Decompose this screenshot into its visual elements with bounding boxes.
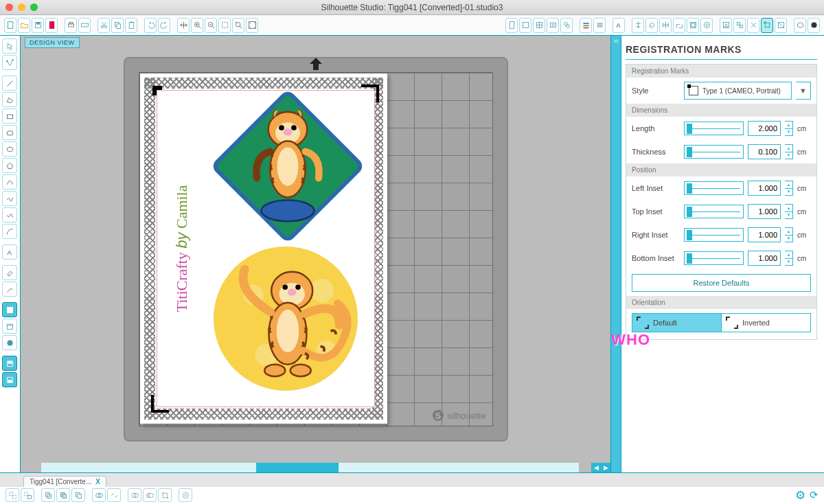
split-view-bottom-button[interactable] (2, 372, 17, 387)
knife-button[interactable] (775, 18, 787, 33)
orientation-default-button[interactable]: Default (632, 313, 722, 332)
new-file-button[interactable] (4, 18, 16, 33)
thickness-spinner[interactable]: ▲▼ (785, 144, 793, 159)
length-spinner[interactable]: ▲▼ (785, 121, 793, 136)
offset-button[interactable] (687, 18, 699, 33)
cut-settings-button[interactable] (747, 18, 759, 33)
curve-tool[interactable] (2, 174, 17, 190)
zoom-out-button[interactable] (205, 18, 217, 33)
subtract-button[interactable] (143, 488, 157, 502)
text-style-button[interactable]: A (613, 18, 625, 33)
scale-button[interactable] (673, 18, 685, 33)
eraser-tool[interactable] (2, 265, 17, 280)
trace-button[interactable] (720, 18, 732, 33)
left-inset-input[interactable] (748, 181, 781, 196)
target-button[interactable] (179, 488, 192, 502)
pixscan-button[interactable] (547, 18, 559, 33)
thickness-input[interactable] (748, 144, 781, 159)
polygon-tool[interactable] (2, 92, 17, 107)
arc-tool[interactable] (2, 224, 17, 239)
canvas-area[interactable]: DESIGN VIEW TitiCrafty by (21, 36, 610, 472)
file-tab[interactable]: Tigg041 [Converte...X (23, 476, 106, 487)
design-view-tab[interactable]: DESIGN VIEW (25, 37, 80, 48)
bottom-inset-spinner[interactable]: ▲▼ (785, 251, 793, 266)
detach-button[interactable] (107, 488, 121, 502)
page-settings-button[interactable] (505, 18, 518, 33)
pan-button[interactable] (177, 18, 190, 33)
line-tool[interactable] (2, 76, 17, 91)
top-inset-input[interactable] (748, 204, 781, 219)
send-to-back-button[interactable] (71, 488, 85, 502)
compound-make-button[interactable] (41, 488, 55, 502)
text-tool[interactable]: A (2, 244, 17, 260)
print-button[interactable] (65, 18, 77, 33)
save-sd-button[interactable] (45, 18, 58, 33)
rounded-rect-tool[interactable] (2, 125, 17, 140)
edit-points-tool[interactable] (2, 55, 17, 70)
compound-release-button[interactable] (56, 488, 70, 502)
mirror-button[interactable] (659, 18, 672, 33)
registration-marks-button[interactable] (761, 18, 773, 33)
scroll-left-button[interactable]: ◀ (591, 463, 601, 472)
split-view-top-button[interactable] (2, 356, 17, 371)
zoom-in-button[interactable] (191, 18, 203, 33)
align-button[interactable] (632, 18, 644, 33)
ellipse-tool[interactable] (2, 141, 17, 157)
zoom-selection-button[interactable] (218, 18, 231, 33)
store-view-button[interactable] (2, 335, 17, 350)
crop-button[interactable] (158, 488, 172, 502)
open-file-button[interactable] (18, 18, 30, 33)
ungroup-button[interactable] (21, 488, 34, 502)
store-button[interactable] (808, 18, 820, 33)
length-input[interactable] (748, 121, 781, 136)
style-dropdown[interactable]: Type 1 (CAMEO, Portrait) (684, 82, 792, 100)
right-inset-input[interactable] (748, 227, 781, 242)
style-dropdown-arrow[interactable]: ▼ (796, 82, 811, 100)
send-to-cutter-button[interactable] (78, 18, 91, 33)
regular-polygon-tool[interactable] (2, 158, 17, 173)
save-button[interactable] (32, 18, 44, 33)
length-slider[interactable] (684, 122, 744, 135)
close-tab-icon[interactable]: X (95, 478, 100, 485)
library-button[interactable] (794, 18, 806, 33)
rotate-button[interactable] (645, 18, 658, 33)
bottom-inset-input[interactable] (748, 251, 781, 266)
top-inset-slider[interactable] (684, 205, 744, 218)
weld-button[interactable] (92, 488, 106, 502)
grid-button[interactable] (533, 18, 545, 33)
knife-tool[interactable] (2, 282, 17, 297)
restore-defaults-button[interactable]: Restore Defaults (632, 274, 811, 292)
thickness-slider[interactable] (684, 145, 744, 159)
replicate-button[interactable] (733, 18, 746, 33)
select-tool[interactable] (2, 38, 17, 54)
cut-button[interactable] (98, 18, 110, 33)
undo-button[interactable] (144, 18, 157, 33)
modify-button[interactable] (700, 18, 713, 33)
horizontal-scrollbar[interactable] (41, 463, 579, 472)
intersect-button[interactable] (128, 488, 141, 502)
panel-collapse-button[interactable]: ›› (610, 36, 621, 472)
line-style-button[interactable] (593, 18, 606, 33)
orientation-inverted-button[interactable]: Inverted (722, 313, 811, 332)
smooth-freehand-tool[interactable] (2, 207, 17, 222)
open-library-button[interactable] (2, 319, 17, 334)
right-inset-spinner[interactable]: ▲▼ (785, 227, 793, 242)
refresh-icon[interactable]: ⟳ (810, 489, 819, 501)
top-inset-spinner[interactable]: ▲▼ (785, 204, 793, 219)
scroll-right-button[interactable]: ▶ (601, 463, 610, 472)
paste-button[interactable] (125, 18, 137, 33)
left-inset-slider[interactable] (684, 181, 744, 195)
zoom-drag-button[interactable] (232, 18, 244, 33)
design-page-button[interactable] (519, 18, 531, 33)
copy-button[interactable] (111, 18, 124, 33)
redo-button[interactable] (158, 18, 170, 33)
library-view-button[interactable] (2, 302, 17, 317)
nesting-button[interactable] (560, 18, 573, 33)
fit-to-window-button[interactable] (246, 18, 258, 33)
rectangle-tool[interactable] (2, 108, 17, 124)
group-button[interactable] (5, 488, 19, 502)
design-page[interactable]: TitiCrafty by Camila (140, 73, 387, 424)
right-inset-slider[interactable] (684, 228, 744, 242)
line-color-button[interactable] (580, 18, 592, 33)
left-inset-spinner[interactable]: ▲▼ (785, 181, 793, 196)
